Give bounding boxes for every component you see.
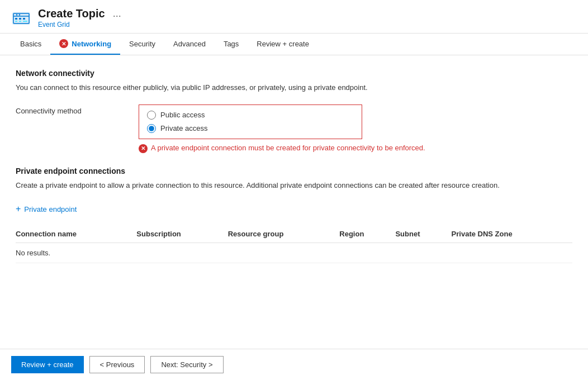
no-results-cell: No results. <box>16 243 572 263</box>
azure-eventgrid-icon <box>11 8 31 28</box>
next-security-button[interactable]: Next: Security > <box>150 356 223 373</box>
add-button-label: Private endpoint <box>24 205 77 213</box>
header-text-group: Create Topic ... Event Grid <box>38 7 125 28</box>
header-subtitle: Event Grid <box>38 21 125 28</box>
network-connectivity-desc: You can connect to this resource either … <box>16 82 572 93</box>
review-create-button[interactable]: Review + create <box>11 356 84 373</box>
svg-rect-4 <box>19 18 21 20</box>
svg-rect-8 <box>23 21 27 22</box>
connectivity-method-row: Connectivity method Public access Privat… <box>16 104 572 153</box>
svg-point-10 <box>19 14 20 15</box>
public-access-label: Public access <box>160 111 205 119</box>
error-text: A private endpoint connection must be cr… <box>151 144 425 152</box>
svg-rect-3 <box>15 18 17 20</box>
table-row: No results. <box>16 243 572 263</box>
connectivity-form-control: Public access Private access ✕ A private… <box>139 104 572 153</box>
col-connection-name: Connection name <box>16 225 136 243</box>
ellipsis-button[interactable]: ... <box>110 7 125 21</box>
private-endpoints-table: Connection name Subscription Resource gr… <box>16 225 572 263</box>
table-header-row: Connection name Subscription Resource gr… <box>16 225 572 243</box>
svg-point-9 <box>16 14 17 15</box>
col-resource-group: Resource group <box>228 225 340 243</box>
private-access-option[interactable]: Private access <box>147 124 354 133</box>
tab-advanced[interactable]: Advanced <box>164 34 215 55</box>
public-access-radio[interactable] <box>147 111 156 120</box>
tabs-container: Basics ✕ Networking Security Advanced Ta… <box>0 34 588 55</box>
main-content: Network connectivity You can connect to … <box>0 55 588 349</box>
connectivity-label: Connectivity method <box>16 104 139 115</box>
col-region: Region <box>339 225 395 243</box>
network-connectivity-title: Network connectivity <box>16 69 572 78</box>
plus-icon: + <box>16 204 21 214</box>
page-header: Create Topic ... Event Grid <box>0 0 588 34</box>
col-private-dns-zone: Private DNS Zone <box>452 225 572 243</box>
tab-security[interactable]: Security <box>120 34 164 55</box>
title-text: Create Topic <box>38 7 105 20</box>
svg-rect-5 <box>23 18 25 20</box>
tab-basics[interactable]: Basics <box>11 34 50 55</box>
tab-review-create[interactable]: Review + create <box>248 34 318 55</box>
svg-rect-7 <box>19 21 21 22</box>
private-access-label: Private access <box>160 124 208 132</box>
col-subscription: Subscription <box>136 225 227 243</box>
connectivity-radio-group: Public access Private access <box>139 104 362 139</box>
page-title: Create Topic ... <box>38 7 125 21</box>
connectivity-error: ✕ A private endpoint connection must be … <box>139 144 572 153</box>
error-icon: ✕ <box>139 144 148 153</box>
svg-rect-6 <box>15 21 17 22</box>
col-subnet: Subnet <box>395 225 451 243</box>
private-access-radio[interactable] <box>147 124 156 133</box>
footer: Review + create < Previous Next: Securit… <box>0 349 588 380</box>
public-access-option[interactable]: Public access <box>147 111 354 120</box>
networking-error-icon: ✕ <box>59 39 68 48</box>
tab-tags[interactable]: Tags <box>215 34 248 55</box>
tab-networking[interactable]: ✕ Networking <box>50 34 120 55</box>
private-endpoint-title: Private endpoint connections <box>16 167 572 175</box>
private-endpoint-desc: Create a private endpoint to allow a pri… <box>16 180 572 191</box>
add-private-endpoint-button[interactable]: + Private endpoint <box>16 202 77 216</box>
previous-button[interactable]: < Previous <box>89 356 145 373</box>
